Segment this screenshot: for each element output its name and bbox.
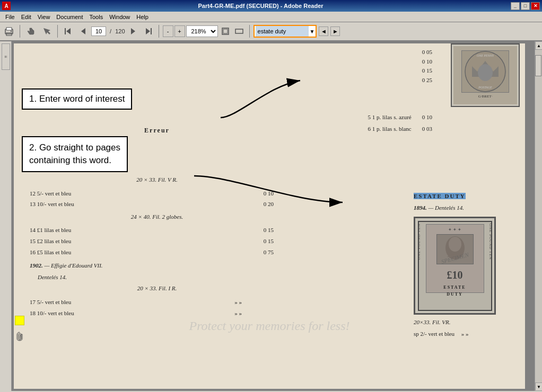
top-stamp: ONE PENNY POSTAGE G·BRET· (451, 43, 520, 107)
svg-marker-7 (131, 28, 135, 34)
zoom-select[interactable]: 218% 100% 150% 200% (186, 25, 218, 37)
svg-rect-3 (11, 31, 12, 32)
search-box: ▼ (253, 25, 317, 38)
zoom-out-button[interactable]: - (163, 25, 173, 37)
close-button[interactable]: ✕ (531, 2, 540, 10)
row15-text: 15 £2 lilas et bleu (30, 238, 71, 244)
toolbar-sep-4 (249, 25, 250, 38)
row5-label: 5 1 p. lilas s. azuré (368, 112, 412, 123)
page-separator: / (108, 28, 113, 34)
svg-marker-5 (66, 28, 71, 34)
scroll-down-button[interactable]: ▼ (535, 382, 542, 391)
top-val-3: 0 15 (422, 66, 432, 76)
year-1902-block: 1902. — Effigie d'Edouard VII. (30, 261, 284, 271)
window-controls: _ □ ✕ (511, 2, 540, 10)
maximize-button[interactable]: □ (521, 2, 530, 10)
search-dropdown-button[interactable]: ▼ (310, 29, 315, 34)
right-desc: — Dentelés 14. (429, 204, 465, 211)
estate-duty-row: ESTATE DUTY (414, 192, 520, 201)
annotation-box-1: 1. Enter word of interest (22, 88, 132, 110)
watermark: Protect your memories for less! (189, 316, 349, 336)
window-title: Part4-GR-ME.pdf (SECURED) - Adobe Reader (11, 3, 511, 9)
scroll-thumb[interactable] (535, 55, 541, 76)
row16-val: 0 75 (264, 248, 274, 257)
search-input[interactable] (256, 26, 309, 37)
search-prev-button[interactable]: ◄ (319, 26, 328, 36)
page-number-input[interactable] (91, 26, 106, 36)
menu-help[interactable]: Help (133, 13, 152, 21)
stamp-face: ✦ ✦ ✦ SPECIMEN (426, 224, 484, 293)
minimize-button[interactable]: _ (511, 2, 520, 10)
right-year: 1894. (414, 204, 427, 211)
svg-text:ONE PENNY: ONE PENNY (477, 54, 494, 57)
row17-block: 17 5/- vert et bleu » » (30, 298, 284, 307)
top-val-4: 0 25 (422, 76, 432, 85)
first-page-button[interactable] (62, 24, 74, 39)
left-panel: ≡ (0, 41, 12, 391)
estate-duty-highlight: ESTATE DUTY (414, 193, 466, 199)
row12-block: 12 5/- vert et bleu 0 10 (30, 189, 284, 199)
denteles-14: Dentelés 14. (38, 273, 284, 282)
row18-text: 18 10/- vert et bleu (30, 310, 74, 316)
row17-text: 17 5/- vert et bleu (30, 299, 71, 305)
row12-val: 0 10 (264, 189, 274, 199)
row16-text: 16 £5 lilas et bleu (30, 249, 71, 255)
fit-page-button[interactable] (219, 25, 232, 37)
right-year-block: 1894. — Dentelés 14. (414, 203, 520, 213)
toolbar-sep-1 (20, 25, 20, 38)
svg-rect-11 (223, 29, 228, 33)
menu-edit[interactable]: Edit (18, 13, 34, 21)
stamp-value-display: £10 (447, 266, 463, 283)
zoom-in-button[interactable]: + (174, 25, 185, 37)
menu-file[interactable]: File (2, 13, 18, 21)
stamp-inner: ONE POUND TEN ONE POUND TEN ✦ ✦ ✦ (418, 221, 492, 311)
svg-point-18 (449, 237, 461, 252)
svg-point-14 (478, 64, 493, 81)
prev-page-button[interactable] (76, 24, 89, 39)
svg-rect-12 (235, 29, 243, 33)
row5-val: 0 10 (422, 112, 432, 123)
hand-tool-button[interactable] (24, 24, 38, 39)
row17-val: » » (234, 298, 242, 307)
row6-val: 0 03 (422, 124, 432, 135)
toolbar: / 120 - + 218% 100% 150% 200% ▼ ◄ ► (0, 22, 542, 41)
sticky-note-icon[interactable] (15, 316, 24, 325)
row12-text: 12 5/- vert et bleu (30, 190, 71, 197)
top-val-2: 0 10 (422, 57, 432, 67)
next-page-button[interactable] (127, 24, 140, 39)
annotation-2-line2: containing this word. (29, 154, 120, 167)
row13-block: 13 10/- vert et bleu 0 20 (30, 200, 284, 209)
menu-view[interactable]: View (34, 13, 54, 21)
menu-tools[interactable]: Tools (86, 13, 107, 21)
menu-window[interactable]: Window (106, 13, 133, 21)
zoom-group: - + 218% 100% 150% 200% (163, 25, 246, 37)
row6: 6 1 p. lilas s. blanc 0 03 (368, 124, 432, 135)
erreur-label: Erreur (144, 127, 170, 134)
estate-duty-stamp: ONE POUND TEN ONE POUND TEN ✦ ✦ ✦ (414, 217, 496, 315)
erreur-header: Erreur (30, 126, 284, 136)
year-1902: 1902. (30, 262, 43, 269)
toolbar-sep-3 (159, 25, 159, 38)
search-next-button[interactable]: ► (330, 26, 340, 36)
scroll-track (535, 50, 542, 382)
select-tool-button[interactable] (40, 24, 54, 39)
fil-1902: 20 × 33. Fil. I R. (30, 284, 284, 293)
right-fil: 20×33. Fil. VR. (414, 318, 520, 327)
row6-label: 6 1 p. lilas s. blanc (368, 124, 412, 135)
last-page-button[interactable] (142, 24, 155, 39)
right-column: ESTATE DUTY 1894. — Dentelés 14. ONE POU… (414, 192, 520, 338)
print-button[interactable] (2, 24, 16, 39)
fil-1895: 20 × 33. Fil. V R. (30, 175, 284, 185)
menu-document[interactable]: Document (53, 13, 86, 21)
fit-width-button[interactable] (233, 25, 246, 37)
row15-val: 0 15 (264, 237, 274, 246)
menu-bar: File Edit View Document Tools Window Hel… (0, 12, 542, 22)
title-bar: A Part4-GR-ME.pdf (SECURED) - Adobe Read… (0, 0, 542, 12)
panel-toggle[interactable]: ≡ (2, 43, 10, 70)
clip-icon[interactable] (15, 332, 24, 341)
top-values: 0 05 0 10 0 15 0 25 (422, 48, 432, 85)
stamp-labels: ESTATE DUTY (443, 284, 466, 298)
svg-marker-9 (146, 28, 150, 34)
scroll-up-button[interactable]: ▲ (535, 41, 542, 50)
annotation-box-2: 2. Go straight to pages containing this … (22, 136, 128, 172)
